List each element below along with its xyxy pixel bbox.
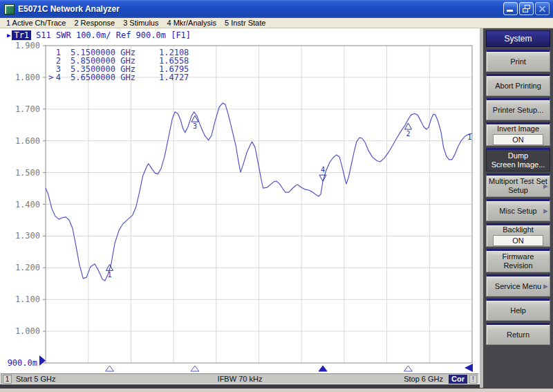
softkey-return[interactable]: Return xyxy=(486,323,550,345)
marker-2-symbol[interactable]: 2 xyxy=(404,123,411,138)
softkey-menu-title: System xyxy=(486,30,550,47)
marker-1-symbol[interactable]: 1 xyxy=(106,264,113,279)
menu-item-1-active-ch-trace[interactable]: 1 Active Ch/Trace xyxy=(4,19,72,27)
marker-readout-table: 15.1500000 GHz1.210825.8500000 GHz1.6558… xyxy=(48,48,189,82)
channel-status-bar: 1 Start 5 GHz IFBW 70 kHz Stop 6 GHz Cor… xyxy=(1,373,479,384)
y-axis-tick-label: 1.700 xyxy=(6,104,40,114)
sweep-position-indicator-icon xyxy=(465,364,473,372)
window-bottom-border xyxy=(0,388,553,392)
marker-3-stimulus-triangle xyxy=(191,366,199,371)
svg-text:4: 4 xyxy=(321,166,325,174)
marker-1-stimulus-triangle xyxy=(106,366,114,371)
title-bar: E5071C Network Analyzer xyxy=(0,0,553,18)
softkey-panel: System PrintAbort PrintingPrinter Setup.… xyxy=(480,28,553,388)
softkey-misc-setup[interactable]: Misc Setup▶ xyxy=(486,199,550,221)
y-axis-tick-label: 1.800 xyxy=(6,73,40,82)
active-marker-prefix xyxy=(48,57,54,65)
softkey-state-value: ON xyxy=(493,134,543,145)
softkey-printer-setup[interactable]: Printer Setup... xyxy=(486,98,550,120)
submenu-arrow-icon: ▶ xyxy=(543,207,548,216)
reference-level-indicator-icon xyxy=(39,355,46,366)
y-axis-tick-label: 1.600 xyxy=(6,136,40,146)
marker-4-stimulus-triangle xyxy=(319,366,327,371)
minimize-icon xyxy=(507,10,513,12)
softkey-backlight[interactable]: BacklightON xyxy=(486,223,550,247)
close-button[interactable] xyxy=(535,2,550,15)
softkey-help[interactable]: Help xyxy=(486,299,550,321)
ifbw-label: IFBW 70 kHz xyxy=(1,375,478,383)
app-icon xyxy=(4,4,15,15)
softkey-multiport-test-set-setup[interactable]: Multiport Test SetSetup▶ xyxy=(486,174,550,197)
menu-item-5-instr-state[interactable]: 5 Instr State xyxy=(223,19,272,27)
y-axis-tick-label: 1.200 xyxy=(6,263,40,272)
softkey-firmware-revision[interactable]: FirmwareRevision xyxy=(486,249,550,272)
submenu-arrow-icon: ▶ xyxy=(543,182,548,191)
softkey-invert-image[interactable]: Invert ImageON xyxy=(486,122,550,146)
softkey-print[interactable]: Print xyxy=(486,50,550,72)
y-axis-ticks xyxy=(43,46,46,363)
y-axis-tick-label: 1.900 xyxy=(6,41,40,50)
trace-number-label: 1 xyxy=(467,133,472,142)
menu-item-4-mkr-analysis[interactable]: 4 Mkr/Analysis xyxy=(165,19,223,27)
y-axis-tick-label: 1.400 xyxy=(6,200,40,209)
svg-text:2: 2 xyxy=(406,130,410,138)
grid-lines xyxy=(46,46,472,363)
y-axis-tick-label: 1.000 xyxy=(6,326,40,336)
svg-text:1: 1 xyxy=(108,271,112,279)
reference-level-label: 900.0m xyxy=(6,358,37,368)
y-axis-tick-label: 1.500 xyxy=(6,168,40,178)
active-marker-prefix xyxy=(48,48,54,57)
restore-button[interactable] xyxy=(519,2,534,15)
menu-item-2-response[interactable]: 2 Response xyxy=(72,19,121,27)
y-axis-tick-label: 1.300 xyxy=(6,231,40,241)
marker-row-4: >45.6500000 GHz1.4727 xyxy=(48,73,189,82)
menu-bar: 1 Active Ch/Trace2 Response3 Stimulus4 M… xyxy=(0,18,553,28)
swr-chart[interactable]: 12341 xyxy=(0,28,480,388)
softkey-dump-screen-image[interactable]: DumpScreen Image... xyxy=(486,148,550,171)
screen-bottom-edge xyxy=(0,384,480,388)
marker-2-stimulus-triangle xyxy=(404,366,412,371)
submenu-arrow-icon: ▶ xyxy=(543,282,548,291)
minimize-button[interactable] xyxy=(503,2,518,15)
window-title: E5071C Network Analyzer xyxy=(18,4,120,14)
menu-item-3-stimulus[interactable]: 3 Stimulus xyxy=(121,19,165,27)
y-axis-tick-label: 1.100 xyxy=(6,295,40,304)
softkey-abort-printing[interactable]: Abort Printing xyxy=(486,74,550,96)
softkey-state-value: ON xyxy=(493,235,543,246)
active-marker-prefix: > xyxy=(48,73,54,82)
softkey-service-menu[interactable]: Service Menu▶ xyxy=(486,274,550,297)
svg-text:3: 3 xyxy=(193,122,197,130)
instrument-screen: ▶ Tr1 S11 SWR 100.0m/ Ref 900.0m [F1] 15… xyxy=(0,28,480,388)
